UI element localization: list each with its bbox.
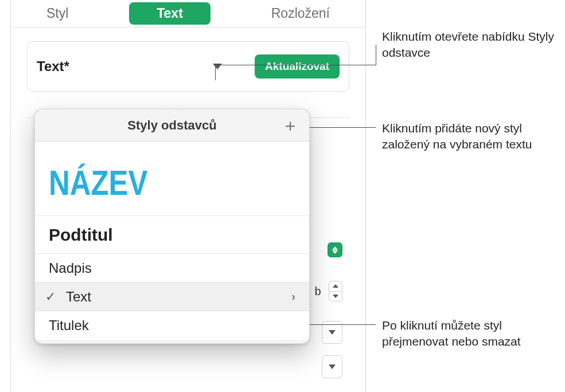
popover-title: Styly odstavců	[127, 118, 216, 133]
stepper-value: b	[309, 281, 326, 301]
callout-text-2: Kliknutím přidáte nový styl založený na …	[382, 120, 554, 153]
tab-layout[interactable]: Rozložení	[261, 1, 340, 26]
style-item-caption[interactable]: Titulek	[35, 311, 309, 340]
callout-line	[215, 65, 216, 80]
style-item-body[interactable]: Text ›	[35, 283, 309, 311]
callout-line	[376, 45, 376, 65]
style-title-preview: NÁZEV	[49, 162, 147, 203]
tab-text[interactable]: Text	[129, 2, 211, 25]
style-caption-label: Titulek	[49, 317, 89, 334]
add-style-button[interactable]: ＋	[282, 117, 299, 134]
callout-text-3: Po kliknutí můžete styl přejmenovat nebo…	[382, 317, 554, 350]
callout-text-1: Kliknutím otevřete nabídku Styly odstavc…	[382, 29, 560, 61]
style-item-subtitle[interactable]: Podtitul	[35, 216, 309, 254]
style-item-title[interactable]: NÁZEV	[35, 142, 309, 216]
callout-line	[215, 65, 376, 65]
update-button[interactable]: Aktualizovat	[255, 54, 340, 79]
dropdown-button[interactable]	[322, 355, 342, 378]
callout-line	[308, 127, 376, 128]
stepper[interactable]	[329, 281, 342, 301]
chevron-down-icon	[329, 364, 336, 369]
paragraph-style-box[interactable]: Text* Aktualizovat	[27, 41, 349, 92]
style-heading-label: Nadpis	[49, 260, 92, 276]
chevron-down-icon	[329, 330, 336, 335]
chevron-right-icon[interactable]: ›	[291, 290, 295, 303]
tabs: Styl Text Rozložení	[11, 0, 365, 28]
style-subtitle-label: Podtitul	[49, 225, 113, 245]
style-body-label: Text	[66, 289, 91, 305]
paragraph-style-name: Text*	[37, 58, 69, 75]
style-item-heading[interactable]: Nadpis	[35, 254, 309, 283]
popup-button-icon[interactable]	[328, 242, 342, 257]
tab-style[interactable]: Styl	[36, 1, 79, 26]
paragraph-styles-popover: Styly odstavců ＋ NÁZEV Podtitul Nadpis T…	[34, 109, 310, 344]
stepper-up-icon	[333, 284, 338, 288]
callout-line	[306, 324, 376, 325]
stepper-down-icon	[333, 295, 338, 298]
popover-header: Styly odstavců ＋	[35, 109, 309, 142]
paragraph-style-label: Text*	[37, 58, 222, 75]
